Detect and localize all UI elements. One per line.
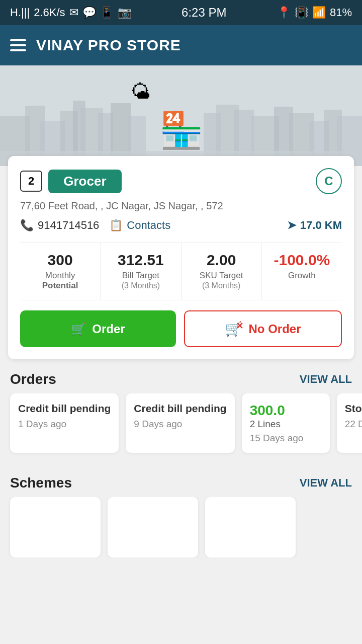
schemes-view-all[interactable]: VIEW ALL (300, 476, 352, 490)
scheme-item[interactable] (10, 497, 101, 557)
status-left: H.||| 2.6K/s ✉ 💬 📱 📷 (10, 6, 131, 19)
orders-title: Orders (10, 371, 56, 387)
action-buttons: 🛒 Order 🛒 ✕ No Order (20, 310, 342, 347)
avatar: C (316, 168, 342, 194)
card-header: 2 Grocer C (20, 168, 342, 194)
schemes-title: Schemes (10, 475, 72, 491)
store-card: 2 Grocer C 77,60 Feet Road, , JC Nagar, … (8, 156, 354, 359)
order-item[interactable]: Credit bill pending 1 Days ago (10, 393, 119, 453)
no-order-button[interactable]: 🛒 ✕ No Order (184, 310, 342, 347)
stat-sku-target: 2.00 SKU Target (3 Months) (182, 243, 262, 300)
whatsapp-icon: 📱 (100, 6, 114, 19)
chat-icon: 💬 (82, 6, 96, 19)
store-number: 2 (20, 171, 42, 192)
navigation-icon: ➤ (287, 219, 296, 232)
orders-header: Orders VIEW ALL (0, 359, 362, 393)
cancel-cart-icon: 🛒 ✕ (225, 320, 242, 337)
clock: 6:23 PM (182, 6, 226, 20)
contact-row: 📞 9141714516 📋 Contacts ➤ 17.0 KM (20, 219, 342, 232)
store-address: 77,60 Feet Road, , JC Nagar, JS Nagar, ,… (20, 200, 342, 212)
battery-indicator: 81% (330, 6, 352, 19)
phone-number[interactable]: 📞 9141714516 (20, 219, 99, 232)
order-button[interactable]: 🛒 Order (20, 310, 176, 347)
schemes-header: Schemes VIEW ALL (0, 463, 362, 497)
contacts-icon: 📋 (109, 219, 123, 232)
schemes-section: Schemes VIEW ALL (0, 463, 362, 568)
contacts-link[interactable]: 📋 Contacts (109, 219, 170, 232)
wifi-icon: 📶 (312, 6, 326, 19)
speed-indicator: 2.6K/s (34, 6, 65, 19)
menu-button[interactable] (10, 39, 26, 51)
distance-indicator: ➤ 17.0 KM (287, 219, 342, 232)
status-right: 📍 📳 📶 81% (277, 6, 352, 19)
app-header: VINAY PRO STORE (0, 25, 362, 65)
stat-monthly-potential: 300 Monthly Potential (20, 243, 101, 300)
signal-icon: H.||| (10, 6, 30, 19)
sun-icon: 🌤 (131, 80, 151, 103)
stat-bill-target: 312.51 Bill Target (3 Months) (101, 243, 181, 300)
stat-growth: -100.0% Growth (262, 243, 342, 300)
orders-list: Credit bill pending 1 Days ago Credit bi… (0, 393, 362, 463)
hero-banner: 🌤 🏪 (0, 65, 362, 166)
order-item[interactable]: Stock available 22 Days ago (337, 393, 362, 453)
schemes-list (0, 497, 362, 557)
store-building-icon: 🏪 (159, 110, 203, 151)
app-title: VINAY PRO STORE (36, 37, 181, 54)
vibrate-icon: 📳 (295, 6, 308, 19)
scheme-item[interactable] (108, 497, 198, 557)
scheme-item[interactable] (205, 497, 296, 557)
store-type-badge: Grocer (48, 170, 121, 193)
orders-section: Orders VIEW ALL Credit bill pending 1 Da… (0, 359, 362, 463)
order-item[interactable]: 300.0 2 Lines 15 Days ago (242, 393, 330, 453)
order-item[interactable]: Credit bill pending 9 Days ago (126, 393, 234, 453)
status-bar: H.||| 2.6K/s ✉ 💬 📱 📷 6:23 PM 📍 📳 📶 81% (0, 0, 362, 25)
phone-icon: 📞 (20, 219, 34, 232)
cart-icon: 🛒 (71, 322, 86, 336)
orders-view-all[interactable]: VIEW ALL (300, 373, 352, 386)
message-icon: ✉ (69, 6, 78, 19)
stats-grid: 300 Monthly Potential 312.51 Bill Target… (20, 242, 342, 300)
location-icon: 📍 (277, 6, 291, 19)
camera-icon: 📷 (118, 6, 131, 19)
